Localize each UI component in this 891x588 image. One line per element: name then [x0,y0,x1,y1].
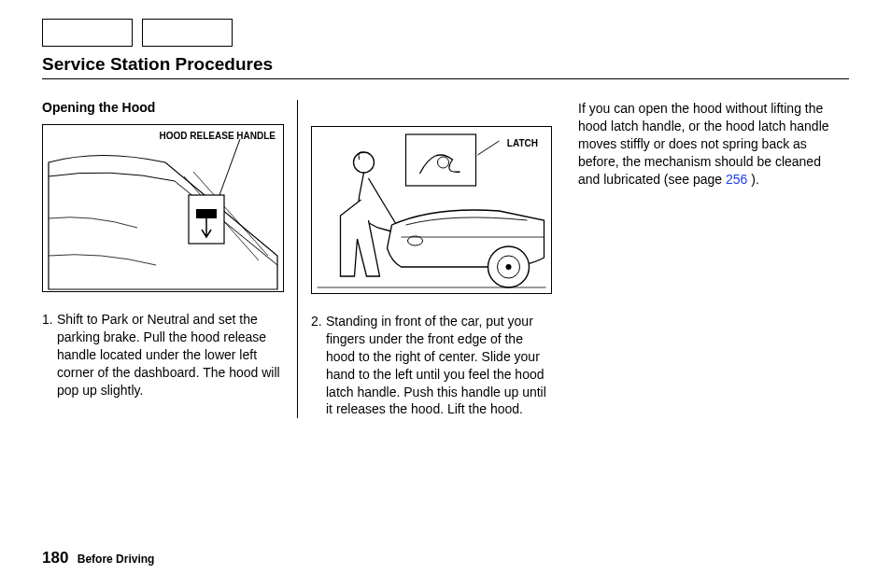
page-title: Service Station Procedures [42,54,849,75]
figure-hood-release: HOOD RELEASE HANDLE [42,124,284,292]
svg-point-8 [506,264,512,270]
svg-point-4 [354,152,375,173]
step-2-number: 2. [311,313,326,418]
section-heading: Opening the Hood [42,100,284,115]
nav-box-2[interactable] [142,19,233,47]
top-nav-boxes [42,19,849,47]
step-1-number: 1. [42,311,57,399]
svg-rect-1 [196,209,217,218]
figure2-label: LATCH [507,138,538,148]
page-footer: 180 Before Driving [42,549,154,567]
latch-illustration [312,127,551,293]
column-right: If you can open the hood without lifting… [565,100,845,418]
step-1-text: Shift to Park or Neutral and set the par… [57,311,284,399]
column-middle: LATCH [297,100,565,418]
hood-release-illustration [43,125,283,291]
title-rule [42,78,849,79]
step-2-text: Standing in front of the car, put your f… [326,313,552,418]
page-root: Service Station Procedures Opening the H… [0,0,891,588]
svg-rect-2 [406,134,476,186]
figure-latch: LATCH [311,126,552,294]
step-2: 2. Standing in front of the car, put you… [311,313,552,418]
maintenance-note: If you can open the hood without lifting… [578,100,832,188]
footer-section: Before Driving [78,553,155,566]
note-suffix: ). [747,172,758,187]
page-number: 180 [42,549,68,567]
content-columns: Opening the Hood HOOD RELEASE HANDLE [42,100,849,418]
column-left: Opening the Hood HOOD RELEASE HANDLE [42,100,297,418]
figure1-label: HOOD RELEASE HANDLE [160,131,276,141]
page-cross-reference-link[interactable]: 256 [726,172,747,187]
note-prefix: If you can open the hood without lifting… [578,101,829,187]
step-1: 1. Shift to Park or Neutral and set the … [42,311,284,399]
nav-box-1[interactable] [42,19,133,47]
